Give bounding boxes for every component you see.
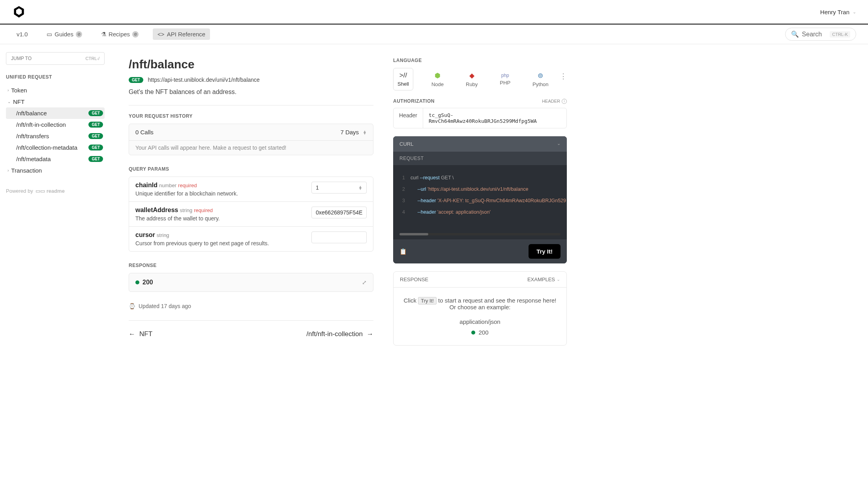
history-box: 0 Calls 7 Days▲▼ Your API calls will app… xyxy=(129,124,373,155)
page-description: Get's the NFT balances of an address. xyxy=(129,88,373,96)
lang-ruby[interactable]: ◆Ruby xyxy=(462,68,482,90)
jumpto-button[interactable]: JUMP TO CTRL-/ xyxy=(6,52,105,65)
nav-recipes[interactable]: ⚗ Recipes ⊘ xyxy=(96,28,143,40)
search-kbd: CTRL-K xyxy=(830,31,850,38)
nav-api-reference[interactable]: <> API Reference xyxy=(153,28,210,40)
sidebar-item-token[interactable]: ›Token xyxy=(6,85,105,96)
chevron-down-icon: ⌄ xyxy=(557,277,560,282)
history-calls: 0 Calls xyxy=(135,129,154,135)
response-label: RESPONSE xyxy=(400,276,428,282)
query-label: QUERY PARAMS xyxy=(129,166,373,172)
chevron-right-icon: › xyxy=(7,88,9,92)
sidebar-item-nft-collection-metadata[interactable]: /nft/collection-metadataGET xyxy=(6,142,105,153)
auth-value[interactable]: tc_gSuQ-RmvCh64mRAwz40RokuBRJGn5299Mdfpg… xyxy=(423,108,566,128)
chevron-right-icon: › xyxy=(7,168,9,173)
method-badge: GET xyxy=(88,122,103,128)
code-section-label: REQUEST xyxy=(393,152,567,165)
user-name: Henry Tran xyxy=(820,9,849,15)
response-code: 200 xyxy=(142,279,153,286)
nav-guides[interactable]: ▭ Guides ⊘ xyxy=(42,28,87,40)
history-label: YOUR REQUEST HISTORY xyxy=(129,113,373,119)
lang-node[interactable]: ⬢Node xyxy=(427,68,448,90)
response-label: RESPONSE xyxy=(129,263,373,268)
method-badge: GET xyxy=(88,145,103,150)
auth-box: Header tc_gSuQ-RmvCh64mRAwz40RokuBRJGn52… xyxy=(393,108,567,128)
lang-shell[interactable]: >//Shell xyxy=(393,68,413,90)
chevron-down-icon: ⌄ xyxy=(7,100,11,104)
blocked-icon: ⊘ xyxy=(132,31,139,38)
ruby-icon: ◆ xyxy=(469,71,474,80)
sidebar-item-nft-metadata[interactable]: /nft/metadataGET xyxy=(6,153,105,165)
stepper-icon[interactable]: ▲▼ xyxy=(363,130,367,134)
copy-icon[interactable]: 📋 xyxy=(399,248,407,255)
user-menu[interactable]: Henry Tran ⌄ xyxy=(820,9,856,15)
powered-by[interactable]: Powered by ▭▭readme xyxy=(6,188,105,194)
book-icon: ▭▭ xyxy=(36,188,45,194)
code-body[interactable]: 1curl --request GET \ 2 --url 'https://a… xyxy=(393,165,567,231)
try-it-button[interactable]: Try It! xyxy=(529,244,561,259)
arrow-right-icon: → xyxy=(367,330,373,338)
search-input[interactable]: 🔍 Search CTRL-K xyxy=(785,28,856,41)
code-lang-selector[interactable]: CURL⌄ xyxy=(393,136,567,152)
history-message: Your API calls will appear here. Make a … xyxy=(129,140,373,155)
response-status[interactable]: 200 xyxy=(403,329,557,336)
info-icon: i xyxy=(562,99,567,104)
method-badge: GET xyxy=(88,110,103,116)
python-icon: ⊚ xyxy=(538,71,543,80)
sidebar-item-nft-transfers[interactable]: /nft/transfersGET xyxy=(6,130,105,142)
chainid-input[interactable]: 1▲▼ xyxy=(311,182,367,194)
sidebar-item-nft-in-collection[interactable]: /nft/nft-in-collectionGET xyxy=(6,119,105,130)
sidebar-section-heading: UNIFIED REQUEST xyxy=(6,74,105,80)
method-badge: GET xyxy=(88,133,103,139)
method-badge: GET xyxy=(129,77,143,83)
lang-php[interactable]: phpPHP xyxy=(496,70,514,89)
expand-icon[interactable]: ⤢ xyxy=(362,279,367,286)
auth-label: AUTHORIZATION xyxy=(393,98,435,104)
history-period: 7 Days xyxy=(340,129,359,135)
method-badge: GET xyxy=(88,156,103,162)
pager-next[interactable]: /nft/nft-in-collection→ xyxy=(306,330,373,338)
examples-selector[interactable]: EXAMPLES⌄ xyxy=(527,276,560,282)
updated-stamp: ⌚ Updated 17 days ago xyxy=(129,303,373,309)
sidebar-item-nft-balance[interactable]: /nft/balanceGET xyxy=(6,107,105,119)
language-label: LANGUAGE xyxy=(393,58,567,63)
response-hint: Click Try It! to start a request and see… xyxy=(403,297,557,310)
php-icon: php xyxy=(501,73,509,78)
param-cursor: cursorstring Cursor from previous query … xyxy=(129,227,373,251)
code-hscrollbar[interactable] xyxy=(399,233,561,235)
sidebar-item-transaction[interactable]: ›Transaction xyxy=(6,165,105,176)
search-icon: 🔍 xyxy=(791,30,799,38)
code-icon: <> xyxy=(157,31,165,38)
shell-icon: >// xyxy=(399,71,407,79)
page-title: /nft/balance xyxy=(129,58,373,71)
response-panel: RESPONSE EXAMPLES⌄ Click Try It! to star… xyxy=(393,271,567,346)
pager-prev[interactable]: ←NFT xyxy=(129,330,152,338)
arrow-left-icon: ← xyxy=(129,330,135,338)
auth-type: HEADERi xyxy=(542,99,567,104)
cursor-input[interactable] xyxy=(311,231,367,243)
try-it-inline[interactable]: Try It! xyxy=(418,297,437,305)
stepper-icon[interactable]: ▲▼ xyxy=(358,186,362,190)
watch-icon: ⌚ xyxy=(129,303,135,309)
version-selector[interactable]: v1.0 xyxy=(12,28,32,40)
status-dot-icon xyxy=(135,280,139,284)
chevron-down-icon: ⌄ xyxy=(853,9,856,15)
sidebar-item-nft[interactable]: ⌄NFT xyxy=(6,96,105,107)
endpoint-url: https://api-test.uniblock.dev/uni/v1/nft… xyxy=(148,77,260,83)
chevron-down-icon: ⌄ xyxy=(557,141,561,147)
lang-python[interactable]: ⊚Python xyxy=(529,68,552,90)
code-panel: CURL⌄ REQUEST 1curl --request GET \ 2 --… xyxy=(393,136,567,263)
response-mime: application/json xyxy=(403,318,557,325)
param-chainid: chainIdnumberrequired Unique identifier … xyxy=(129,177,373,202)
walletaddress-input[interactable] xyxy=(311,207,367,218)
lang-more-icon[interactable]: ⋮ xyxy=(560,68,567,81)
response-row[interactable]: 200 ⤢ xyxy=(129,273,373,292)
param-walletaddress: walletAddressstringrequired The address … xyxy=(129,202,373,227)
node-icon: ⬢ xyxy=(435,71,441,80)
book-icon: ▭ xyxy=(47,31,52,38)
app-logo[interactable] xyxy=(12,5,26,19)
flask-icon: ⚗ xyxy=(101,31,106,38)
blocked-icon: ⊘ xyxy=(76,31,82,38)
status-dot-icon xyxy=(471,331,475,335)
